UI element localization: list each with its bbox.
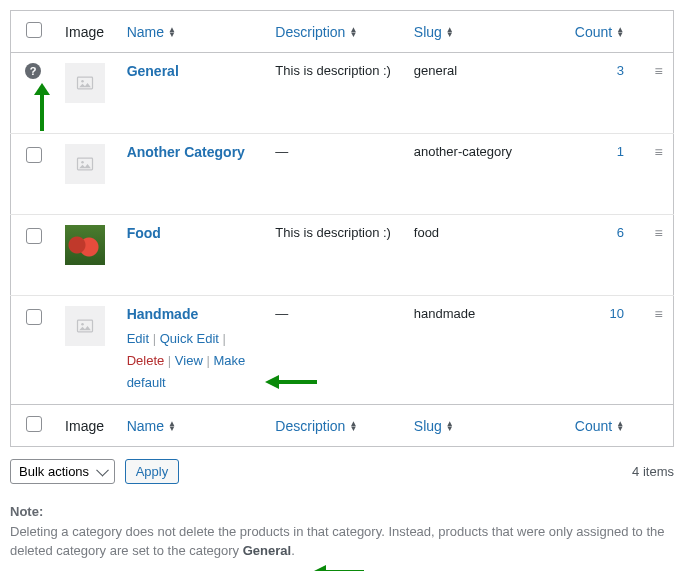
sort-icon: ▲▼ [349,27,357,37]
column-slug-sort[interactable]: Slug▲▼ [414,24,454,40]
image-icon [75,73,95,93]
category-description: — [265,296,403,405]
column-count-sort[interactable]: Count▲▼ [575,24,624,40]
row-checkbox[interactable] [26,147,42,163]
category-count-link[interactable]: 6 [617,225,624,240]
column-slug-sort-footer[interactable]: Slug▲▼ [414,418,454,434]
column-image: Image [55,11,117,53]
category-description: This is description :) [265,215,403,296]
table-row: Handmade Edit | Quick Edit | Delete | Vi… [11,296,674,405]
note-block: Note: Deleting a category does not delet… [10,502,674,561]
thumbnail-placeholder [65,63,105,103]
image-icon [75,154,95,174]
category-slug: general [404,53,563,134]
drag-handle-icon[interactable]: ≡ [654,306,662,322]
drag-handle-icon[interactable]: ≡ [654,225,662,241]
apply-button[interactable]: Apply [125,459,180,484]
category-description: This is description :) [265,53,403,134]
annotation-arrow-icon [312,562,364,571]
category-name-link[interactable]: Food [127,225,161,241]
column-name-sort[interactable]: Name▲▼ [127,24,176,40]
column-count-sort-footer[interactable]: Count▲▼ [575,418,624,434]
sort-icon: ▲▼ [168,421,176,431]
view-link[interactable]: View [175,353,203,368]
category-count-link[interactable]: 1 [617,144,624,159]
column-description-sort[interactable]: Description▲▼ [275,24,357,40]
table-row: ? General This is description :) general… [11,53,674,134]
sort-icon: ▲▼ [616,421,624,431]
category-slug: food [404,215,563,296]
category-name-link[interactable]: Another Category [127,144,245,160]
select-all-checkbox-bottom[interactable] [26,416,42,432]
category-count-link[interactable]: 10 [610,306,624,321]
delete-link[interactable]: Delete [127,353,165,368]
category-slug: another-category [404,134,563,215]
svg-marker-11 [312,565,326,571]
sort-icon: ▲▼ [616,27,624,37]
svg-point-3 [81,161,84,164]
table-row: Food This is description :) food 6 ≡ [11,215,674,296]
column-description-sort-footer[interactable]: Description▲▼ [275,418,357,434]
note-default-category: General [243,543,291,558]
bulk-actions-select[interactable]: Bulk actions [10,459,115,484]
quick-edit-link[interactable]: Quick Edit [160,331,219,346]
svg-point-1 [81,80,84,83]
select-all-checkbox[interactable] [26,22,42,38]
table-row: Another Category — another-category 1 ≡ [11,134,674,215]
category-slug: handmade [404,296,563,405]
thumbnail-image [65,225,105,265]
category-count-link[interactable]: 3 [617,63,624,78]
help-icon[interactable]: ? [25,63,41,79]
category-description: — [265,134,403,215]
column-name-sort-footer[interactable]: Name▲▼ [127,418,176,434]
items-count: 4 items [632,464,674,479]
drag-handle-icon[interactable]: ≡ [654,63,662,79]
thumbnail-placeholder [65,306,105,346]
row-checkbox[interactable] [26,309,42,325]
drag-handle-icon[interactable]: ≡ [654,144,662,160]
sort-icon: ▲▼ [349,421,357,431]
note-text: Deleting a category does not delete the … [10,524,665,559]
category-name-link[interactable]: General [127,63,179,79]
thumbnail-placeholder [65,144,105,184]
sort-icon: ▲▼ [168,27,176,37]
sort-icon: ▲▼ [446,27,454,37]
image-icon [75,316,95,336]
svg-point-5 [81,323,84,326]
row-checkbox[interactable] [26,228,42,244]
edit-link[interactable]: Edit [127,331,149,346]
category-name-link[interactable]: Handmade [127,306,199,322]
note-heading: Note: [10,504,43,519]
column-image-footer: Image [55,405,117,447]
sort-icon: ▲▼ [446,421,454,431]
row-actions: Edit | Quick Edit | Delete | View | Make… [127,328,256,394]
